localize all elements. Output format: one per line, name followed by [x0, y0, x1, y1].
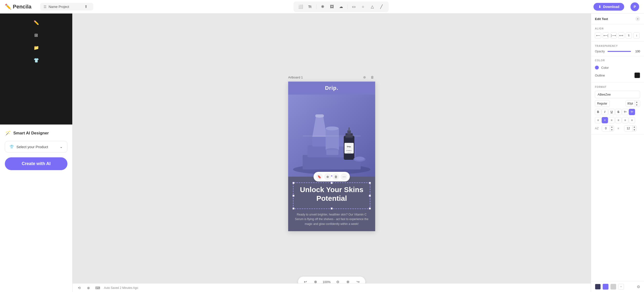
frame-tool-btn[interactable]: ⬜ — [297, 3, 304, 11]
handle-top-right[interactable] — [369, 182, 371, 184]
handle-bottom-right[interactable] — [369, 208, 371, 209]
swatch-light[interactable] — [610, 284, 616, 290]
align-left-btn[interactable]: ⟵ — [595, 32, 601, 39]
artboard-header: Drip. — [288, 82, 375, 95]
list-btn[interactable]: ≡ — [622, 117, 628, 123]
panel-close-btn[interactable]: × — [635, 16, 640, 21]
font-size-up-btn[interactable]: ▲ — [635, 101, 639, 104]
text-format-row: B I U S TT TT — [595, 109, 640, 115]
align-center-h-btn[interactable]: ⟵| — [603, 32, 609, 39]
keyboard-icon[interactable]: ⌨ — [95, 285, 100, 291]
line-height-input[interactable] — [624, 126, 632, 131]
copy-artboard-btn[interactable]: ⊕ — [362, 74, 368, 80]
italic-btn[interactable]: I — [602, 109, 608, 115]
more-options-btn[interactable]: ⋯ — [340, 173, 348, 180]
svg-point-9 — [326, 127, 339, 130]
color-fill-row: Color — [595, 64, 640, 71]
upload-cloud-icon[interactable]: ⬆ — [84, 4, 88, 9]
font-style-select[interactable]: Regular Bold Italic — [595, 100, 610, 107]
triangle-tool-btn[interactable]: △ — [368, 3, 376, 11]
svg-rect-15 — [348, 128, 350, 131]
color-label: COLOR — [595, 59, 640, 62]
svg-text:Drip.: Drip. — [347, 146, 351, 148]
create-ai-button[interactable]: Create with AI — [5, 157, 68, 170]
handle-bottom-left[interactable] — [292, 208, 294, 209]
handle-bottom-mid[interactable] — [331, 208, 333, 209]
swatch-dark[interactable] — [595, 284, 601, 290]
navbar: ✏️ Pencila ☰ ⬆ ⬜ Tt ❋ 🖼 ☁ ▭ ○ △ ╱ ⬇ Down… — [0, 0, 644, 13]
letter-spacing-down-btn[interactable]: ▼ — [610, 128, 614, 131]
font-family-select[interactable]: ABeeZee Arial Helvetica — [595, 91, 640, 98]
underline-btn[interactable]: U — [608, 109, 615, 115]
line-tool-btn[interactable]: ╱ — [378, 3, 385, 11]
font-size-down-btn[interactable]: ▼ — [635, 104, 639, 106]
status-icon-2[interactable]: ⊕ — [86, 285, 92, 291]
swatch-purple[interactable] — [603, 284, 608, 290]
color-section: COLOR Color Outline — [591, 56, 644, 83]
align-center-v-btn[interactable]: ⥮ — [626, 32, 632, 39]
tshirt-icon-btn[interactable]: 👕 — [32, 56, 40, 65]
handle-right-mid[interactable] — [369, 195, 371, 197]
superscript-btn[interactable]: TT — [622, 109, 628, 115]
line-height-up-btn[interactable]: ▲ — [632, 126, 636, 128]
sidebar-bottom: 🪄 Smart AI Designer 👕 Select your Produc… — [0, 125, 72, 292]
text-align-right-btn[interactable]: ≡ — [608, 117, 615, 123]
letter-spacing-input[interactable] — [602, 126, 610, 131]
opacity-value: 100 — [633, 50, 640, 53]
text-tool-btn[interactable]: Tt — [306, 3, 314, 11]
folder-icon-btn[interactable]: 📁 — [32, 43, 40, 52]
letter-spacing-up-btn[interactable]: ▲ — [610, 126, 614, 128]
strikethrough-btn[interactable]: S — [615, 109, 622, 115]
svg-rect-7 — [315, 114, 324, 117]
color-fill-circle[interactable] — [595, 66, 599, 69]
subscript-btn[interactable]: TT — [629, 109, 635, 115]
line-icon: ≡ — [618, 127, 622, 130]
copy-tool-btn[interactable]: ⊕ — [324, 173, 331, 180]
select-product-button[interactable]: 👕 Select your Product ⌄ — [5, 141, 68, 152]
handle-top-left[interactable] — [292, 182, 294, 184]
swatch-add-btn[interactable]: + — [618, 284, 624, 290]
align-bottom-btn[interactable]: ↕ — [633, 32, 640, 39]
download-button[interactable]: ⬇ Download — [594, 3, 624, 11]
rect-tool-btn[interactable]: ▭ — [350, 3, 358, 11]
format-label: FORMAT — [595, 86, 640, 88]
special-tool-btn[interactable]: ❋ — [319, 3, 326, 11]
opacity-slider[interactable] — [608, 51, 631, 52]
text-align-center-btn[interactable]: ≡ — [602, 117, 608, 123]
image-tool-btn[interactable]: 🖼 — [328, 3, 336, 11]
bookmark-tool-btn[interactable]: 🔖 — [316, 173, 323, 180]
svg-rect-11 — [326, 150, 338, 155]
selection-box: Unlock Your Skins Potential — [293, 182, 370, 209]
smart-ai-label: Smart AI Designer — [13, 131, 49, 136]
font-size-input[interactable] — [626, 100, 634, 107]
handle-left-mid[interactable] — [292, 195, 294, 197]
download-label: Download — [603, 5, 619, 9]
text-align-left-btn[interactable]: ≡ — [595, 117, 601, 123]
delete-tool-btn[interactable]: 🗑 — [332, 173, 339, 180]
az-label: AZ — [595, 127, 600, 130]
text-justify-btn[interactable]: ≡ — [615, 117, 622, 123]
circle-tool-btn[interactable]: ○ — [359, 3, 367, 11]
bold-btn[interactable]: B — [595, 109, 601, 115]
format-section: FORMAT ABeeZee Arial Helvetica Regular B… — [591, 83, 644, 135]
grid-icon-btn[interactable]: ⊞ — [32, 31, 40, 40]
project-name-input[interactable] — [48, 5, 82, 9]
logo: ✏️ Pencila — [5, 4, 36, 10]
ordered-list-btn[interactable]: ≡ — [629, 117, 635, 123]
handle-top-mid[interactable] — [331, 182, 333, 184]
status-icon-1[interactable]: ⟲ — [76, 285, 82, 291]
sidebar-top: ✏️ ⊞ 📁 👕 — [0, 13, 72, 125]
avatar[interactable]: P — [630, 2, 639, 11]
opacity-label: Opacity — [595, 50, 605, 53]
left-sidebar: ✏️ ⊞ 📁 👕 🪄 Smart AI Designer 👕 Select yo… — [0, 13, 72, 292]
line-height-down-btn[interactable]: ▼ — [632, 128, 636, 131]
align-right-btn[interactable]: |⟶ — [610, 32, 617, 39]
svg-point-22 — [355, 157, 364, 160]
settings-icon[interactable]: ⚙ — [637, 285, 640, 289]
edit-icon-btn[interactable]: ✏️ — [32, 18, 40, 27]
align-top-btn[interactable]: ⟺ — [618, 32, 624, 39]
upload-tool-btn[interactable]: ☁ — [337, 3, 345, 11]
outline-color-swatch[interactable] — [634, 72, 640, 78]
delete-artboard-btn[interactable]: 🗑 — [370, 74, 375, 80]
svg-text:SERUM: SERUM — [348, 152, 351, 153]
